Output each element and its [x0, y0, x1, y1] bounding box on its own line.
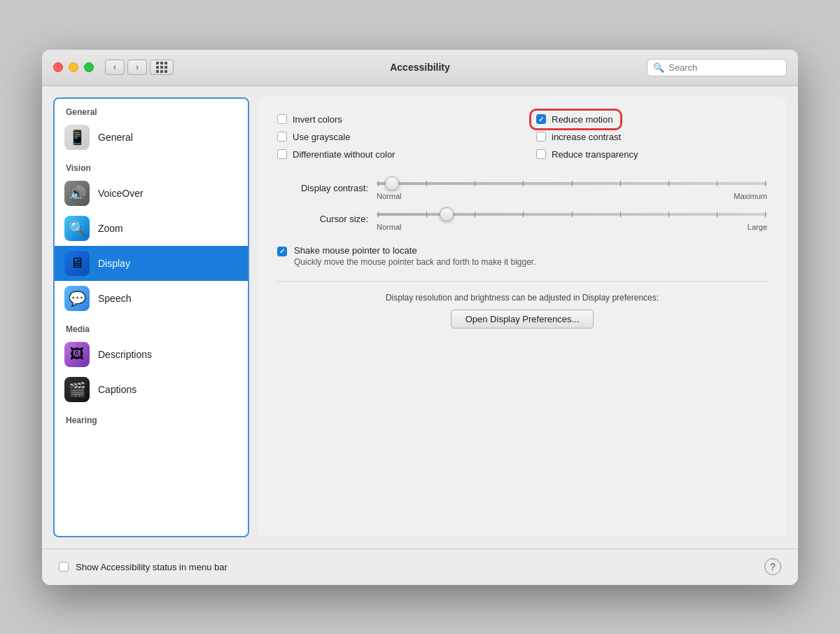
- display-contrast-ticks: [377, 181, 767, 186]
- option-invert-colors[interactable]: Invert colors: [277, 114, 508, 125]
- shake-mouse-description: Quickly move the mouse pointer back and …: [294, 257, 536, 267]
- forward-button[interactable]: ›: [127, 60, 147, 75]
- cursor-size-row: Cursor size: Normal: [277, 207, 767, 231]
- close-button[interactable]: [53, 62, 63, 72]
- display-contrast-slider-container: Normal Maximum: [377, 177, 767, 200]
- option-differentiate-color[interactable]: Differentiate without color: [277, 149, 508, 160]
- search-box[interactable]: 🔍: [647, 59, 787, 76]
- sidebar-item-captions[interactable]: 🎬 Captions: [55, 372, 248, 407]
- main-content: General 📱 General Vision 🔊 VoiceOver 🔍 Z…: [42, 86, 798, 549]
- cursor-size-track[interactable]: [377, 207, 767, 221]
- shake-mouse-section: Shake mouse pointer to locate Quickly mo…: [277, 245, 767, 267]
- sidebar-item-display[interactable]: 🖥 Display: [55, 246, 248, 281]
- cursor-size-ticks: [377, 212, 767, 217]
- traffic-lights: [53, 62, 94, 72]
- help-button[interactable]: ?: [764, 558, 781, 575]
- sidebar-section-hearing: Hearing: [55, 407, 248, 428]
- label-increase-contrast: increase contrast: [552, 132, 621, 142]
- label-use-grayscale: Use grayscale: [293, 132, 350, 142]
- search-input[interactable]: [668, 62, 780, 73]
- main-window: ‹ › Accessibility 🔍 General 📱 General: [42, 50, 798, 585]
- options-grid: Invert colors Reduce motion Use grayscal…: [277, 114, 767, 160]
- titlebar: ‹ › Accessibility 🔍: [42, 50, 798, 86]
- voiceover-icon: 🔊: [64, 181, 90, 206]
- sidebar-label-display: Display: [98, 258, 130, 269]
- sidebar-section-media: Media: [55, 316, 248, 337]
- display-contrast-max-label: Maximum: [734, 192, 767, 200]
- label-reduce-motion: Reduce motion: [552, 114, 612, 125]
- sidebar-section-vision: Vision: [55, 155, 248, 176]
- sidebar: General 📱 General Vision 🔊 VoiceOver 🔍 Z…: [53, 97, 249, 537]
- reduce-motion-wrapper: Reduce motion: [536, 114, 612, 125]
- captions-icon: 🎬: [64, 377, 90, 402]
- maximize-button[interactable]: [84, 62, 94, 72]
- option-reduce-transparency[interactable]: Reduce transparency: [536, 149, 767, 160]
- search-icon: 🔍: [653, 62, 664, 73]
- sidebar-label-speech: Speech: [98, 293, 131, 304]
- checkbox-shake-mouse[interactable]: [277, 247, 287, 256]
- checkbox-show-accessibility[interactable]: [59, 562, 69, 572]
- display-contrast-min-label: Normal: [377, 192, 401, 200]
- checkbox-invert-colors[interactable]: [277, 114, 287, 124]
- help-icon: ?: [770, 561, 776, 572]
- option-use-grayscale[interactable]: Use grayscale: [277, 132, 508, 142]
- label-invert-colors: Invert colors: [293, 114, 342, 125]
- minimize-button[interactable]: [69, 62, 78, 72]
- checkbox-reduce-motion[interactable]: [536, 114, 546, 124]
- general-icon: 📱: [64, 125, 90, 150]
- display-contrast-range-labels: Normal Maximum: [377, 192, 767, 200]
- open-display-prefs-button[interactable]: Open Display Preferences...: [451, 310, 594, 329]
- cursor-size-min-label: Normal: [377, 223, 401, 231]
- sidebar-label-zoom: Zoom: [98, 223, 123, 234]
- option-increase-contrast[interactable]: increase contrast: [536, 132, 767, 142]
- sidebar-label-descriptions: Descriptions: [98, 349, 152, 360]
- display-contrast-row: Display contrast: Normal: [277, 177, 767, 200]
- sidebar-label-general: General: [98, 132, 133, 143]
- display-icon: 🖥: [64, 251, 90, 276]
- display-prefs-section: Display resolution and brightness can be…: [277, 293, 767, 329]
- zoom-icon: 🔍: [64, 216, 90, 241]
- sidebar-item-descriptions[interactable]: 🖼 Descriptions: [55, 337, 248, 372]
- cursor-size-range-labels: Normal Large: [377, 223, 767, 231]
- window-title: Accessibility: [390, 62, 450, 73]
- sidebar-item-general[interactable]: 📱 General: [55, 120, 248, 155]
- bottom-bar: Show Accessibility status in menu bar ?: [42, 549, 798, 585]
- right-panel: Invert colors Reduce motion Use grayscal…: [258, 97, 787, 537]
- cursor-size-thumb[interactable]: [440, 207, 454, 221]
- shake-mouse-label: Shake mouse pointer to locate: [294, 245, 536, 256]
- divider: [277, 281, 767, 282]
- sidebar-label-captions: Captions: [98, 384, 136, 395]
- display-contrast-track[interactable]: [377, 177, 767, 191]
- sidebar-item-voiceover[interactable]: 🔊 VoiceOver: [55, 176, 248, 211]
- display-contrast-label: Display contrast:: [277, 183, 368, 193]
- checkbox-use-grayscale[interactable]: [277, 132, 287, 142]
- display-contrast-bg: [377, 182, 767, 185]
- checkbox-increase-contrast[interactable]: [536, 132, 546, 142]
- show-accessibility-label: Show Accessibility status in menu bar: [76, 562, 227, 572]
- display-prefs-text: Display resolution and brightness can be…: [277, 293, 767, 303]
- display-contrast-thumb[interactable]: [385, 177, 399, 191]
- checkbox-reduce-transparency[interactable]: [536, 149, 546, 159]
- cursor-size-max-label: Large: [748, 223, 767, 231]
- label-differentiate-color: Differentiate without color: [293, 149, 395, 160]
- grid-button[interactable]: [150, 60, 174, 75]
- nav-buttons: ‹ ›: [105, 60, 147, 75]
- sidebar-item-speech[interactable]: 💬 Speech: [55, 281, 248, 316]
- cursor-size-label: Cursor size:: [277, 214, 368, 224]
- back-button[interactable]: ‹: [105, 60, 125, 75]
- checkbox-differentiate-color[interactable]: [277, 149, 287, 159]
- label-reduce-transparency: Reduce transparency: [552, 149, 638, 160]
- shake-mouse-text: Shake mouse pointer to locate Quickly mo…: [294, 245, 536, 267]
- sidebar-item-zoom[interactable]: 🔍 Zoom: [55, 211, 248, 246]
- option-reduce-motion[interactable]: Reduce motion: [536, 114, 767, 125]
- sidebar-label-voiceover: VoiceOver: [98, 188, 144, 199]
- sidebar-section-general: General: [55, 99, 248, 120]
- cursor-size-bg: [377, 213, 767, 216]
- speech-icon: 💬: [64, 286, 90, 311]
- descriptions-icon: 🖼: [64, 342, 90, 367]
- grid-icon: [156, 62, 167, 73]
- cursor-size-slider-container: Normal Large: [377, 207, 767, 231]
